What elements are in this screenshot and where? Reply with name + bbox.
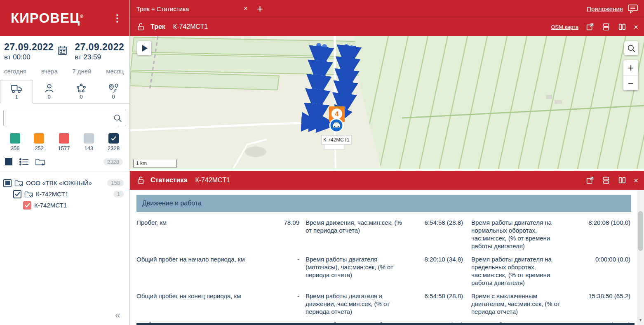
vertical-scrollbar[interactable]: ▼ (637, 190, 644, 325)
select-all-checkbox[interactable] (4, 157, 13, 166)
status-filter-3[interactable]: 143 (84, 133, 94, 151)
status-filter-4[interactable]: 2328 (108, 133, 120, 151)
status-filter-1[interactable]: 252 (34, 133, 44, 151)
popout-icon[interactable] (585, 22, 595, 31)
status-count: 2328 (108, 145, 120, 151)
popout-icon[interactable] (585, 176, 595, 185)
date-from-value[interactable]: 27.09.2022 (4, 42, 54, 53)
kebab-menu-icon[interactable]: ⋮ (109, 12, 125, 25)
status-count: 356 (11, 145, 20, 151)
stat-value: 8:20:08 (100.0) (574, 219, 630, 250)
sidebar-tab-drivers[interactable]: 0 (33, 80, 65, 104)
stat-value: - (273, 292, 299, 316)
quick-range-7days[interactable]: 7 дней (72, 68, 91, 75)
status-swatch[interactable] (59, 133, 69, 144)
tree-checkbox-indeterminate[interactable] (3, 179, 12, 187)
time-from-value[interactable]: вт 00:00 (4, 53, 54, 61)
close-tab-icon[interactable]: × (244, 5, 248, 13)
main-area: Трек + Статистика × + Приложения Трек К-… (130, 0, 644, 325)
tree-checkbox-checked-red[interactable] (23, 201, 31, 210)
split-vertical-icon[interactable] (618, 176, 627, 185)
tree-checkbox-checked[interactable] (13, 190, 21, 198)
chat-icon[interactable] (628, 4, 638, 14)
status-count: 143 (84, 145, 93, 151)
map[interactable]: 4 К-742МСТ1 + − 1 km (130, 36, 644, 169)
group-icon (75, 83, 87, 93)
stat-label: Время работы двигателя в движении, час:м… (306, 292, 407, 316)
vehicle-label-text: К-742МСТ1 (323, 137, 350, 143)
tab-track-statistics[interactable]: Трек + Статистика × (130, 5, 254, 13)
time-to-value[interactable]: вт 23:59 (75, 53, 124, 61)
stat-label: Время работы двигателя на предельных обо… (471, 255, 574, 287)
stats-section-header[interactable]: Движение и работа (136, 195, 631, 212)
status-swatch[interactable] (10, 133, 20, 144)
tree-label[interactable]: К-742МСТ1 (36, 191, 68, 198)
sidebar: КИРОВЕЦ® ⋮ 27.09.2022 вт 00:00 27.09.202… (0, 0, 130, 325)
status-count: 252 (35, 145, 44, 151)
zoom-out-button[interactable]: − (623, 75, 638, 90)
sidebar-tab-geozones[interactable]: 0 (97, 80, 129, 104)
scrollbar-thumb[interactable] (638, 211, 643, 251)
collapse-sidebar-icon[interactable]: « (115, 309, 120, 321)
search-icon[interactable] (113, 114, 122, 122)
status-filter-0[interactable]: 356 (10, 133, 20, 151)
sidebar-tab-groups[interactable]: 0 (65, 80, 97, 104)
status-filter-2[interactable]: 1577 (58, 133, 70, 151)
zoom-in-button[interactable]: + (623, 60, 638, 75)
total-count-badge: 2328 (103, 158, 123, 165)
status-swatch[interactable] (84, 133, 94, 144)
osm-layer-link[interactable]: OSM.карта (551, 24, 578, 30)
status-swatch[interactable] (108, 133, 119, 144)
stats-panel-title: Статистика (150, 177, 187, 184)
sidebar-tab-vehicles[interactable]: 1 (0, 80, 33, 104)
tree-row[interactable]: К-742МСТ11 (3, 188, 126, 200)
map-panel-header: Трек К-742МСТ1 OSM.карта × (130, 17, 644, 36)
stats-row: Общий пробег на начало периода, км-Время… (136, 255, 630, 287)
scroll-down-icon[interactable]: ▼ (639, 318, 642, 322)
map-panel-title: Трек (150, 23, 165, 31)
close-panel-icon[interactable]: × (634, 23, 638, 31)
split-horizontal-icon[interactable] (602, 176, 611, 185)
tree-row[interactable]: К-742МСТ1 (3, 200, 126, 211)
search-box (3, 110, 126, 126)
top-tab-bar: Трек + Статистика × + Приложения (130, 0, 644, 17)
split-horizontal-icon[interactable] (602, 22, 611, 31)
stat-label: Время работы двигателя на нормальных обо… (471, 219, 574, 250)
status-swatch[interactable] (34, 133, 44, 144)
tree-label[interactable]: ООО «ТВК «ЮЖНЫЙ» (26, 179, 92, 186)
stat-label: Время работы двигателя (моточасы), час:м… (306, 255, 407, 287)
tab-count: 0 (80, 94, 82, 100)
list-view-icon[interactable] (19, 158, 29, 166)
stats-panel-subtitle: К-742МСТ1 (195, 177, 230, 184)
map-search-button[interactable] (624, 41, 638, 55)
unlock-icon[interactable] (136, 22, 145, 31)
stat-value: 15:38:50 (65.2) (574, 292, 630, 316)
stat-label: Время движения, час:мин:сек, (% от перио… (306, 219, 407, 250)
stat-value: - (273, 255, 299, 287)
play-track-button[interactable] (137, 41, 151, 55)
tree-label[interactable]: К-742МСТ1 (34, 202, 67, 209)
quick-range-today[interactable]: сегодня (4, 68, 26, 75)
split-vertical-icon[interactable] (618, 22, 627, 31)
quick-range-month[interactable]: месяц (106, 68, 124, 75)
vehicle-marker[interactable] (330, 119, 343, 132)
folder-icon[interactable] (24, 191, 33, 198)
stats-table: Пробег, км78.09Время движения, час:мин:с… (136, 219, 630, 325)
apps-link[interactable]: Приложения (587, 5, 623, 12)
date-to[interactable]: 27.09.2022 вт 23:59 (75, 42, 124, 61)
status-count: 1577 (58, 145, 70, 151)
add-tab-icon[interactable]: + (257, 5, 263, 13)
date-from[interactable]: 27.09.2022 вт 00:00 (4, 42, 54, 61)
calendar-icon[interactable] (57, 45, 68, 56)
horizontal-scrollbar[interactable] (136, 323, 635, 325)
unlock-icon[interactable] (136, 176, 145, 185)
search-input[interactable] (7, 111, 118, 126)
tree-row[interactable]: ООО «ТВК «ЮЖНЫЙ»158 (3, 177, 126, 188)
folder-icon[interactable] (14, 179, 23, 187)
stat-value: 6:54:58 (28.8) (407, 219, 463, 250)
quick-range-yesterday[interactable]: вчера (41, 68, 58, 75)
close-panel-icon[interactable]: × (634, 177, 638, 184)
date-to-value[interactable]: 27.09.2022 (75, 42, 124, 53)
add-folder-icon[interactable] (35, 158, 45, 166)
tab-count: 0 (112, 94, 115, 100)
